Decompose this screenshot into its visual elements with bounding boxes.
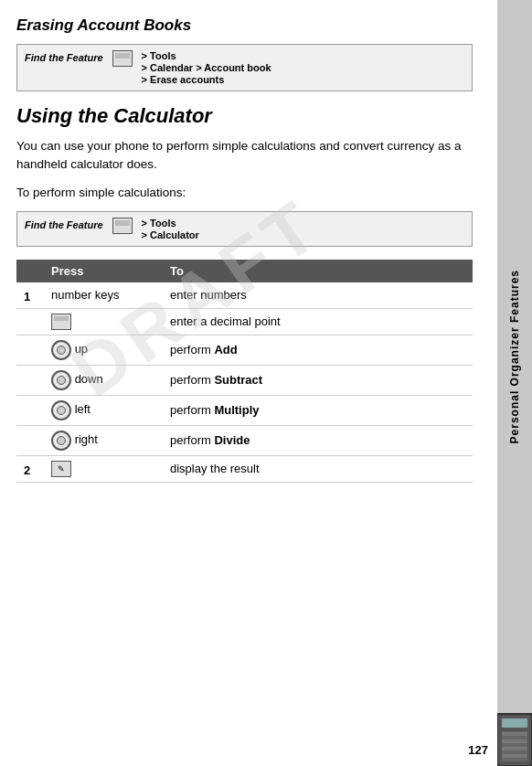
table-row: left perform Multiply	[16, 395, 473, 425]
to-enternumbers: enter numbers	[163, 282, 473, 309]
press-left: left	[44, 395, 163, 425]
row-num-2: 2	[16, 455, 44, 482]
to-subtract-prefix: perform	[170, 373, 214, 387]
menu-path-line-1-2: > Erase accounts	[142, 74, 271, 85]
nav-left-icon	[51, 400, 71, 420]
table-header-press: Press	[44, 260, 163, 282]
to-decimal: enter a decimal point	[163, 308, 473, 335]
to-multiply: perform Multiply	[163, 395, 473, 425]
section2-body1: You can use your phone to perform simple…	[16, 137, 473, 175]
to-add-bold: Add	[214, 343, 237, 356]
press-decimal	[44, 308, 163, 335]
sidebar-image	[497, 713, 532, 766]
table-row: right perform Divide	[16, 425, 473, 455]
row-num-empty	[16, 308, 44, 335]
row-num-empty	[16, 395, 44, 425]
find-feature-box-1: Find the Feature > Tools > Calendar > Ac…	[16, 44, 473, 91]
table-row: up perform Add	[16, 335, 473, 365]
menu-path-line-2-1: > Calculator	[142, 229, 199, 240]
write-icon: ✎	[51, 461, 71, 477]
to-multiply-bold: Multiply	[214, 403, 259, 417]
to-subtract-bold: Subtract	[214, 373, 262, 387]
press-right: right	[44, 425, 163, 455]
to-add: perform Add	[163, 335, 473, 365]
row-num-empty	[16, 335, 44, 365]
table-header-num	[16, 260, 44, 282]
menu-path-line-1-1: > Calendar > Account book	[142, 62, 271, 73]
nav-right-label: right	[75, 432, 98, 446]
section2-body2: To perform simple calculations:	[16, 184, 473, 202]
page-container: DRAFT Personal Organizer Features 127 Er…	[0, 0, 532, 766]
to-subtract: perform Subtract	[163, 365, 473, 395]
menu-path-line-1-0: > Tools	[142, 50, 271, 61]
calculator-table: Press To 1 number keys enter numbers	[16, 260, 473, 483]
nav-up-icon	[51, 340, 71, 360]
table-row: enter a decimal point	[16, 308, 473, 335]
calculator-image	[498, 715, 531, 765]
to-divide-bold: Divide	[214, 433, 250, 447]
menu-path-1: > Tools > Calendar > Account book > Eras…	[142, 50, 271, 85]
sidebar: Personal Organizer Features	[497, 0, 532, 713]
menu-path-line-2-0: > Tools	[142, 218, 199, 229]
section2-title: Using the Calculator	[16, 104, 473, 128]
nav-down-icon	[51, 370, 71, 390]
page-number: 127	[468, 743, 488, 757]
menu-path-2: > Tools > Calculator	[142, 218, 199, 240]
table-header-to: To	[163, 260, 473, 282]
menu-icon-1	[112, 50, 133, 67]
nav-up-label: up	[75, 342, 88, 356]
find-feature-label-1: Find the Feature	[25, 50, 103, 63]
press-up: up	[44, 335, 163, 365]
decimal-icon	[51, 314, 71, 330]
section1-heading: Erasing Account Books	[16, 16, 473, 35]
menu-icon-2	[112, 218, 133, 234]
to-divide-prefix: perform	[170, 433, 214, 447]
row-num-1: 1	[16, 282, 44, 309]
nav-right-icon	[51, 431, 71, 451]
to-display-result: display the result	[163, 455, 473, 482]
main-content: Erasing Account Books Find the Feature >…	[16, 16, 473, 483]
press-numberkeys: number keys	[44, 282, 163, 309]
nav-down-label: down	[75, 372, 103, 386]
find-feature-label-2: Find the Feature	[25, 218, 103, 230]
row-num-empty	[16, 365, 44, 395]
to-multiply-prefix: perform	[170, 403, 214, 417]
nav-left-label: left	[75, 402, 90, 416]
press-write: ✎	[44, 455, 163, 482]
table-row: down perform Subtract	[16, 365, 473, 395]
sidebar-label: Personal Organizer Features	[508, 270, 521, 443]
to-add-prefix: perform	[170, 343, 214, 356]
find-feature-box-2: Find the Feature > Tools > Calculator	[16, 211, 473, 247]
press-down: down	[44, 365, 163, 395]
to-divide: perform Divide	[163, 425, 473, 455]
table-row: 2 ✎ display the result	[16, 455, 473, 482]
row-num-empty	[16, 425, 44, 455]
table-header-row: Press To	[16, 260, 473, 282]
table-row: 1 number keys enter numbers	[16, 282, 473, 309]
